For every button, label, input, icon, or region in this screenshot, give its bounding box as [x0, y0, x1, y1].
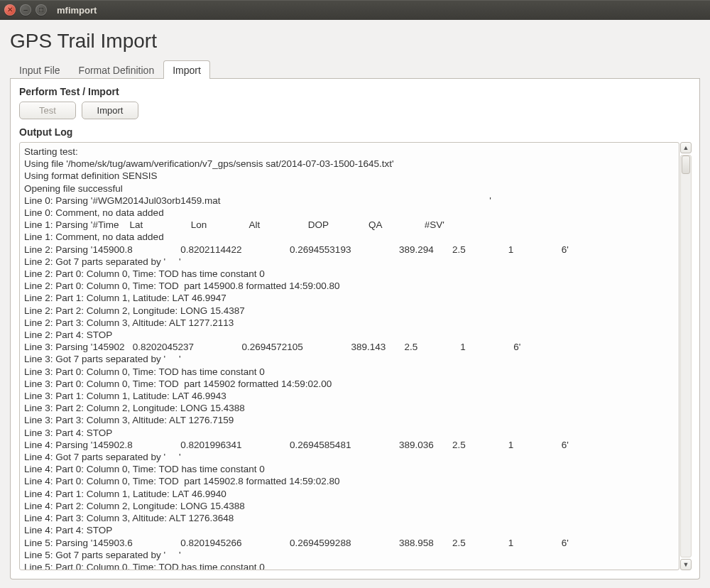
maximize-icon[interactable]: □	[36, 4, 47, 16]
client-area: GPS Trail Import Input File Format Defin…	[0, 20, 710, 588]
page-title: GPS Trail Import	[10, 30, 700, 53]
scroll-track[interactable]	[680, 155, 692, 557]
scrollbar-vertical[interactable]: ▲ ▼	[681, 142, 691, 570]
import-button[interactable]: Import	[82, 102, 138, 119]
tab-format-definition[interactable]: Format Definition	[70, 60, 164, 79]
scroll-down-icon[interactable]: ▼	[680, 559, 692, 570]
minimize-icon[interactable]: –	[20, 4, 31, 16]
scroll-up-icon[interactable]: ▲	[680, 142, 692, 153]
output-log-text[interactable]: Starting test: Using file '/home/sk/tug/…	[19, 142, 679, 570]
scroll-thumb[interactable]	[682, 156, 690, 174]
section-heading-output-log: Output Log	[19, 126, 691, 138]
tab-input-file[interactable]: Input File	[10, 60, 70, 79]
tabs-header: Input File Format Definition Import	[10, 60, 700, 79]
output-log-area: Starting test: Using file '/home/sk/tug/…	[19, 142, 691, 570]
window-title: mfimport	[57, 5, 97, 16]
button-row: Test Import	[19, 102, 691, 119]
test-button[interactable]: Test	[19, 102, 76, 119]
tab-import[interactable]: Import	[163, 60, 210, 79]
window: ✕ – □ mfimport GPS Trail Import Input Fi…	[0, 0, 710, 588]
close-icon[interactable]: ✕	[4, 4, 16, 16]
titlebar[interactable]: ✕ – □ mfimport	[0, 0, 710, 20]
section-heading-perform: Perform Test / Import	[19, 86, 691, 97]
tab-content-import: Perform Test / Import Test Import Output…	[10, 79, 700, 579]
